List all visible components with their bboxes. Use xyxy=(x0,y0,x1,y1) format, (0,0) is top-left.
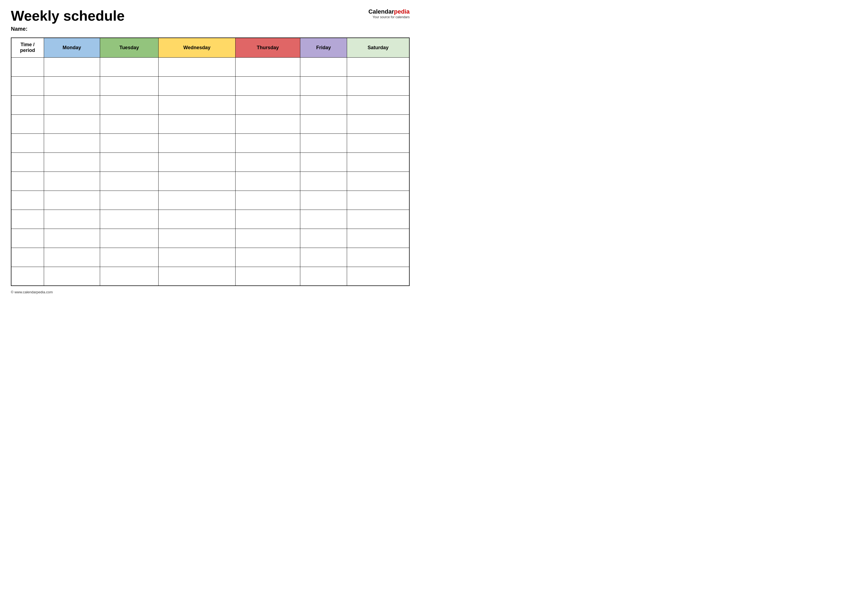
table-cell[interactable] xyxy=(158,248,235,267)
table-cell[interactable] xyxy=(158,191,235,210)
table-cell[interactable] xyxy=(158,114,235,133)
table-cell[interactable] xyxy=(100,210,158,229)
table-cell[interactable] xyxy=(11,267,44,286)
table-cell[interactable] xyxy=(158,210,235,229)
table-cell[interactable] xyxy=(100,76,158,95)
table-cell[interactable] xyxy=(100,191,158,210)
table-cell[interactable] xyxy=(100,229,158,248)
table-cell[interactable] xyxy=(11,114,44,133)
table-cell[interactable] xyxy=(300,229,347,248)
table-cell[interactable] xyxy=(347,210,409,229)
table-cell[interactable] xyxy=(300,210,347,229)
table-cell[interactable] xyxy=(44,229,100,248)
table-cell[interactable] xyxy=(158,229,235,248)
table-cell[interactable] xyxy=(347,57,409,76)
table-cell[interactable] xyxy=(158,95,235,114)
table-row xyxy=(11,76,409,95)
table-cell[interactable] xyxy=(347,172,409,191)
table-cell[interactable] xyxy=(300,172,347,191)
table-cell[interactable] xyxy=(300,153,347,172)
table-cell[interactable] xyxy=(300,76,347,95)
schedule-body xyxy=(11,57,409,286)
table-cell[interactable] xyxy=(158,172,235,191)
table-cell[interactable] xyxy=(235,191,300,210)
table-cell[interactable] xyxy=(100,172,158,191)
table-cell[interactable] xyxy=(100,153,158,172)
table-cell[interactable] xyxy=(235,210,300,229)
table-cell[interactable] xyxy=(300,114,347,133)
table-cell[interactable] xyxy=(235,248,300,267)
table-cell[interactable] xyxy=(235,95,300,114)
table-cell[interactable] xyxy=(44,95,100,114)
table-cell[interactable] xyxy=(44,210,100,229)
table-cell[interactable] xyxy=(300,267,347,286)
schedule-table: Time / period Monday Tuesday Wednesday T… xyxy=(11,38,410,286)
table-cell[interactable] xyxy=(11,248,44,267)
table-cell[interactable] xyxy=(44,172,100,191)
table-cell[interactable] xyxy=(11,95,44,114)
table-cell[interactable] xyxy=(100,267,158,286)
table-cell[interactable] xyxy=(235,57,300,76)
table-cell[interactable] xyxy=(347,114,409,133)
table-cell[interactable] xyxy=(235,229,300,248)
table-cell[interactable] xyxy=(44,133,100,153)
table-cell[interactable] xyxy=(235,114,300,133)
table-cell[interactable] xyxy=(300,191,347,210)
table-cell[interactable] xyxy=(100,114,158,133)
table-cell[interactable] xyxy=(235,153,300,172)
table-cell[interactable] xyxy=(44,267,100,286)
table-cell[interactable] xyxy=(235,267,300,286)
table-cell[interactable] xyxy=(44,114,100,133)
table-cell[interactable] xyxy=(158,267,235,286)
table-cell[interactable] xyxy=(235,172,300,191)
title-section: Weekly schedule Name: xyxy=(11,8,125,32)
table-cell[interactable] xyxy=(44,57,100,76)
table-cell[interactable] xyxy=(235,76,300,95)
table-cell[interactable] xyxy=(347,133,409,153)
table-cell[interactable] xyxy=(300,133,347,153)
table-cell[interactable] xyxy=(235,133,300,153)
col-header-friday: Friday xyxy=(300,38,347,57)
table-cell[interactable] xyxy=(11,172,44,191)
table-cell[interactable] xyxy=(158,57,235,76)
footer-url: © www.calendarpedia.com xyxy=(11,290,53,294)
table-cell[interactable] xyxy=(158,133,235,153)
table-cell[interactable] xyxy=(347,248,409,267)
table-cell[interactable] xyxy=(347,153,409,172)
table-cell[interactable] xyxy=(44,76,100,95)
table-row xyxy=(11,172,409,191)
table-cell[interactable] xyxy=(11,133,44,153)
col-header-wednesday: Wednesday xyxy=(158,38,235,57)
table-cell[interactable] xyxy=(100,248,158,267)
table-row xyxy=(11,153,409,172)
table-cell[interactable] xyxy=(158,76,235,95)
table-row xyxy=(11,133,409,153)
table-cell[interactable] xyxy=(347,191,409,210)
logo-section: Calendarpedia Your source for calendars xyxy=(368,8,410,19)
table-cell[interactable] xyxy=(11,57,44,76)
table-cell[interactable] xyxy=(158,153,235,172)
table-cell[interactable] xyxy=(100,133,158,153)
table-cell[interactable] xyxy=(11,76,44,95)
table-cell[interactable] xyxy=(347,229,409,248)
table-cell[interactable] xyxy=(347,76,409,95)
table-cell[interactable] xyxy=(300,248,347,267)
table-cell[interactable] xyxy=(347,267,409,286)
table-cell[interactable] xyxy=(11,191,44,210)
table-cell[interactable] xyxy=(44,153,100,172)
page-header: Weekly schedule Name: Calendarpedia Your… xyxy=(11,8,410,32)
table-cell[interactable] xyxy=(100,57,158,76)
table-cell[interactable] xyxy=(347,95,409,114)
table-cell[interactable] xyxy=(11,229,44,248)
table-cell[interactable] xyxy=(11,153,44,172)
table-cell[interactable] xyxy=(44,191,100,210)
table-row xyxy=(11,191,409,210)
table-cell[interactable] xyxy=(300,95,347,114)
table-cell[interactable] xyxy=(300,57,347,76)
table-row xyxy=(11,248,409,267)
footer: © www.calendarpedia.com xyxy=(11,290,410,294)
logo-brand-part2: pedia xyxy=(394,8,410,15)
table-cell[interactable] xyxy=(44,248,100,267)
table-cell[interactable] xyxy=(11,210,44,229)
table-cell[interactable] xyxy=(100,95,158,114)
